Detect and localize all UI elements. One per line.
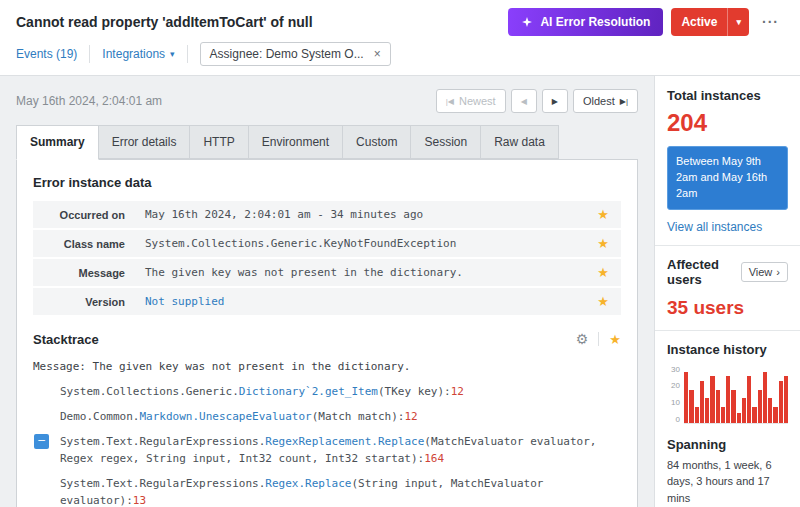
frame-class: System.Text.RegularExpressions. (60, 477, 265, 490)
history-bar (684, 372, 688, 423)
oldest-label: Oldest (583, 95, 615, 107)
total-instances-count: 204 (667, 109, 788, 137)
chevron-down-icon: ▾ (727, 8, 749, 36)
summary-panel: Error instance data Occurred onMay 16th … (16, 159, 638, 507)
history-bar (773, 407, 777, 422)
close-icon[interactable]: × (374, 47, 381, 61)
instance-history-bars (684, 366, 788, 424)
tab-error-details[interactable]: Error details (98, 125, 191, 159)
tab-raw-data[interactable]: Raw data (480, 125, 559, 159)
history-bar (689, 390, 693, 422)
star-icon[interactable]: ★ (597, 236, 609, 251)
field-label: Occurred on (33, 209, 125, 221)
frame-line-number: 12 (451, 385, 464, 398)
assignee-filter-chip[interactable]: Assignee: Demo System O... × (200, 42, 391, 66)
frame-method: RegexReplacement.Replace (265, 435, 424, 448)
star-icon[interactable]: ★ (597, 207, 609, 222)
frame-method: Regex.Replace (265, 477, 351, 490)
affected-users-heading: Affected users (667, 257, 741, 287)
page-title: Cannot read property 'addItemToCart' of … (16, 14, 313, 30)
star-icon[interactable]: ★ (597, 294, 609, 309)
error-instance-row: VersionNot supplied★ (33, 288, 621, 315)
y-tick-label: 10 (667, 399, 680, 407)
stacktrace-actions: ⚙ ★ (576, 331, 621, 347)
field-label: Message (33, 267, 125, 279)
frame-gutter (33, 383, 60, 384)
tab-environment[interactable]: Environment (248, 125, 343, 159)
frame-line-number: 13 (133, 494, 146, 507)
status-dropdown[interactable]: Active ▾ (671, 8, 749, 36)
newest-instance-button[interactable]: |◀ Newest (436, 89, 506, 113)
error-instance-heading: Error instance data (33, 175, 621, 190)
gear-icon[interactable]: ⚙ (576, 331, 589, 347)
integrations-dropdown[interactable]: Integrations ▾ (102, 47, 174, 61)
affected-users-count: 35 users (667, 297, 788, 319)
stacktrace-frames: System.Collections.Generic.Dictionary`2.… (33, 379, 621, 507)
star-icon[interactable]: ★ (597, 265, 609, 280)
star-icon[interactable]: ★ (609, 332, 621, 347)
history-bar (768, 398, 772, 423)
header-actions: AI Error Resolution Active ▾ ··· (508, 8, 784, 36)
error-instance-row: Occurred onMay 16th 2024, 2:04:01 am - 3… (33, 201, 621, 228)
view-button-label: View (749, 266, 773, 278)
frame-class: System.Collections.Generic. (60, 385, 239, 398)
header: Cannot read property 'addItemToCart' of … (0, 0, 800, 75)
frame-gutter (33, 408, 60, 409)
field-label: Class name (33, 238, 125, 250)
ai-button-label: AI Error Resolution (540, 15, 650, 29)
stack-frame: System.Text.RegularExpressions.Regex.Rep… (33, 471, 621, 507)
tab-summary[interactable]: Summary (16, 125, 99, 160)
frame-text: System.Collections.Generic.Dictionary`2.… (60, 383, 621, 400)
stack-frame: System.Collections.Generic.Dictionary`2.… (33, 379, 621, 404)
sidebar: Total instances 204 Between May 9th 2am … (654, 76, 800, 507)
y-tick-label: 30 (667, 366, 680, 374)
history-bar (731, 390, 735, 422)
ai-sparkle-icon (521, 16, 533, 28)
field-label: Version (33, 296, 125, 308)
skip-to-last-icon: ▶| (620, 97, 628, 106)
field-value[interactable]: Not supplied (145, 295, 597, 308)
secondary-nav: Events (19) Integrations ▾ Assignee: Dem… (16, 42, 784, 75)
frame-args: (Match match): (312, 410, 405, 423)
frame-gutter (33, 475, 60, 476)
field-value: System.Collections.Generic.KeyNotFoundEx… (145, 237, 597, 250)
divider (655, 330, 800, 331)
error-report-app: Cannot read property 'addItemToCart' of … (0, 0, 800, 507)
ai-error-resolution-button[interactable]: AI Error Resolution (508, 8, 663, 36)
spanning-heading: Spanning (667, 437, 788, 452)
instance-history-yaxis: 3020100 (667, 366, 680, 424)
divider (655, 245, 800, 246)
total-instances-heading: Total instances (667, 88, 788, 103)
chevron-right-icon: ▶ (552, 97, 558, 106)
history-bar (726, 376, 730, 423)
spanning-text: 84 months, 1 week, 6 days, 3 hours and 1… (667, 457, 788, 507)
view-users-button[interactable]: View › (741, 262, 788, 282)
history-bar (705, 398, 709, 423)
collapse-frame-icon[interactable]: – (34, 434, 49, 449)
frame-text: System.Text.RegularExpressions.Regex.Rep… (60, 475, 621, 507)
history-bar (779, 381, 783, 423)
previous-instance-button[interactable]: ◀ (511, 89, 537, 113)
frame-method: Dictionary`2.get_Item (239, 385, 378, 398)
events-link[interactable]: Events (19) (16, 47, 77, 61)
tab-session[interactable]: Session (410, 125, 481, 159)
history-bar (742, 398, 746, 423)
next-instance-button[interactable]: ▶ (542, 89, 568, 113)
frame-text: Demo.Common.Markdown.UnescapeEvaluator(M… (60, 408, 621, 425)
view-all-instances-link[interactable]: View all instances (667, 220, 788, 234)
history-bar (763, 372, 767, 423)
history-bar (710, 376, 714, 423)
field-value: The given key was not present in the dic… (145, 266, 597, 279)
main-area: May 16th 2024, 2:04:01 am |◀ Newest ◀ ▶ … (0, 75, 800, 507)
chevron-right-icon: › (776, 266, 780, 278)
tab-custom[interactable]: Custom (342, 125, 411, 159)
oldest-instance-button[interactable]: Oldest ▶| (573, 89, 638, 113)
field-value: May 16th 2024, 2:04:01 am - 34 minutes a… (145, 208, 597, 221)
stacktrace-heading: Stacktrace (33, 332, 99, 347)
more-options-button[interactable]: ··· (757, 10, 784, 34)
history-bar (700, 381, 704, 423)
assignee-chip-label: Assignee: Demo System O... (210, 47, 364, 61)
frame-class: Demo.Common. (60, 410, 139, 423)
tab-http[interactable]: HTTP (189, 125, 248, 159)
instance-timestamp: May 16th 2024, 2:04:01 am (16, 94, 162, 108)
